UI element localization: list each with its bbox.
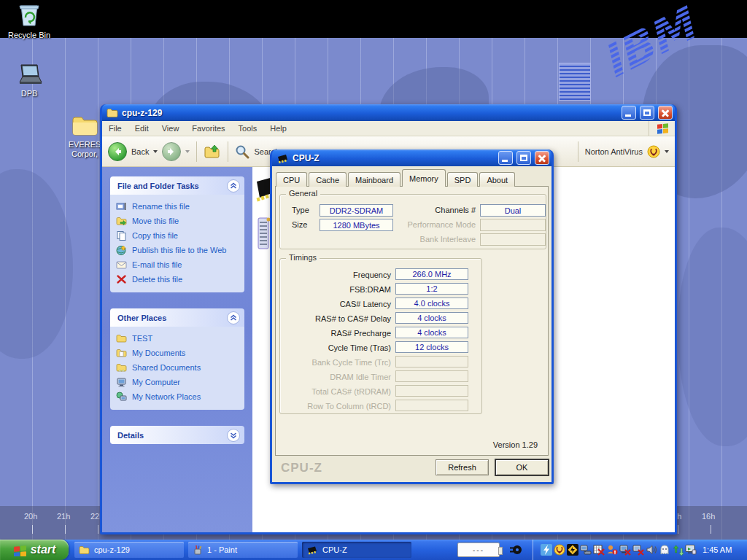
tab-cache[interactable]: Cache xyxy=(309,172,347,187)
norton-dropdown-icon[interactable] xyxy=(665,150,669,153)
task-email-file[interactable]: E-mail this file xyxy=(116,260,239,270)
svg-text:IBM: IBM xyxy=(593,0,707,77)
user-alert-tray-icon[interactable] xyxy=(606,544,618,556)
place-label: My Computer xyxy=(132,378,180,386)
sync-arrows-tray-icon[interactable] xyxy=(672,544,684,556)
general-groupbox: General Type DDR2-SDRAM Channels # Dual … xyxy=(279,194,546,249)
place-my-computer[interactable]: My Computer xyxy=(116,377,239,387)
norton-antivirus-label: Norton AntiVirus xyxy=(585,147,643,156)
arrow-left-icon xyxy=(112,147,123,157)
taskbar-task-cpuz[interactable]: CPU-Z xyxy=(302,542,411,558)
task-copy-file[interactable]: Copy this file xyxy=(116,230,239,241)
offline-files-tray-icon[interactable] xyxy=(593,544,605,556)
minimize-button[interactable] xyxy=(622,106,636,120)
expand-button[interactable] xyxy=(227,429,240,442)
taskbar-task-explorer[interactable]: cpu-z-129 xyxy=(74,542,184,558)
power-diamond-tray-icon[interactable] xyxy=(567,544,578,556)
battery-gauge[interactable]: --- xyxy=(457,542,500,557)
back-button[interactable] xyxy=(108,142,127,161)
flash-tray-icon[interactable] xyxy=(541,544,552,556)
tab-about[interactable]: About xyxy=(479,172,515,187)
map-continent-shape xyxy=(0,169,73,359)
desktop-icon-recycle-bin[interactable]: Recycle Bin xyxy=(7,3,51,40)
window-title: CPU-Z xyxy=(293,153,495,163)
windows-flag-icon xyxy=(13,544,27,556)
my-computer-icon xyxy=(116,377,127,387)
close-button[interactable] xyxy=(658,106,673,120)
maximize-button[interactable] xyxy=(516,151,531,165)
timezone-tick xyxy=(65,525,66,534)
start-button[interactable]: start xyxy=(0,540,69,560)
task-publish-file[interactable]: Publish this file to the Web xyxy=(116,245,239,255)
menu-help[interactable]: Help xyxy=(263,121,293,136)
menu-favorites[interactable]: Favorites xyxy=(185,121,231,136)
task-delete-file[interactable]: Delete this file xyxy=(116,274,239,284)
arrow-right-icon xyxy=(166,147,177,157)
type-value-field: DDR2-SDRAM xyxy=(320,204,393,217)
place-my-documents[interactable]: My Documents xyxy=(116,348,239,358)
ghost-tray-icon[interactable] xyxy=(659,544,670,556)
frequency-field: 266.0 MHz xyxy=(395,268,468,280)
total-cas-field xyxy=(395,385,468,397)
computer-error-tray-icon[interactable] xyxy=(619,544,631,556)
other-places-header[interactable]: Other Places xyxy=(110,308,244,327)
rename-icon xyxy=(116,201,127,211)
ok-button[interactable]: OK xyxy=(495,459,549,476)
menu-file[interactable]: File xyxy=(102,121,128,136)
menu-edit[interactable]: Edit xyxy=(128,121,155,136)
back-label[interactable]: Back xyxy=(131,147,149,156)
tab-cpu[interactable]: CPU xyxy=(276,172,307,187)
task-label: CPU-Z xyxy=(322,545,347,554)
forward-button[interactable] xyxy=(162,142,181,161)
timezone-tick xyxy=(678,525,678,534)
tab-memory[interactable]: Memory xyxy=(402,169,446,187)
display-settings-tray-icon[interactable] xyxy=(685,544,697,556)
bank-cycle-time-label: Bank Cycle Time (Trc) xyxy=(283,358,391,367)
shared-documents-icon xyxy=(116,362,127,373)
ras-precharge-field: 4 clocks xyxy=(395,327,468,338)
place-label: My Network Places xyxy=(132,392,201,401)
place-test[interactable]: TEST xyxy=(116,333,239,343)
delete-icon xyxy=(116,274,127,284)
network-tray-icon[interactable] xyxy=(580,544,592,556)
details-header[interactable]: Details xyxy=(110,426,244,444)
row-to-column-label: Row To Column (tRCD) xyxy=(283,402,391,411)
task-label: Publish this file to the Web xyxy=(132,246,226,254)
menu-view[interactable]: View xyxy=(155,121,186,136)
display-error-tray-icon[interactable] xyxy=(632,544,644,556)
close-button[interactable] xyxy=(535,151,549,165)
collapse-button[interactable] xyxy=(227,179,240,192)
task-rename-file[interactable]: Rename this file xyxy=(116,201,239,211)
norton-icon[interactable] xyxy=(647,145,660,158)
cpuz-titlebar[interactable]: CPU-Z xyxy=(272,149,551,166)
maximize-icon xyxy=(643,109,651,116)
file-tasks-header[interactable]: File and Folder Tasks xyxy=(110,176,244,195)
tab-spd[interactable]: SPD xyxy=(447,172,479,187)
taskbar-clock[interactable]: 1:45 AM xyxy=(703,545,732,554)
type-label: Type xyxy=(292,206,309,214)
minimize-icon xyxy=(625,114,631,117)
minimize-button[interactable] xyxy=(498,151,513,165)
desktop-icon-dpb[interactable]: DPB xyxy=(7,63,51,98)
up-folder-button[interactable] xyxy=(204,144,221,160)
back-dropdown-icon[interactable] xyxy=(153,150,158,153)
menu-tools[interactable]: Tools xyxy=(232,121,264,136)
norton-tray-icon[interactable] xyxy=(554,544,565,556)
forward-dropdown-icon[interactable] xyxy=(185,150,190,153)
refresh-button[interactable]: Refresh xyxy=(436,459,489,475)
taskbar: start cpu-z-129 1 - Paint CPU-Z --- 1:45… xyxy=(0,540,747,560)
task-move-file[interactable]: Move this file xyxy=(116,216,239,226)
explorer-titlebar[interactable]: cpu-z-129 xyxy=(102,104,675,121)
collapse-button[interactable] xyxy=(227,311,240,324)
place-my-network-places[interactable]: My Network Places xyxy=(116,392,239,402)
desktop-icon-label: Recycle Bin xyxy=(7,31,51,40)
taskbar-task-paint[interactable]: 1 - Paint xyxy=(188,542,298,558)
start-label: start xyxy=(31,543,56,556)
place-shared-documents[interactable]: Shared Documents xyxy=(116,362,239,373)
volume-tray-icon[interactable] xyxy=(646,544,657,556)
tab-mainboard[interactable]: Mainboard xyxy=(348,172,400,187)
explorer-task-pane: File and Folder Tasks Rename this file M… xyxy=(102,167,252,532)
maximize-button[interactable] xyxy=(640,106,654,120)
cpuz-tab-strip: CPU Cache Mainboard Memory SPD About xyxy=(276,170,516,187)
timezone-label: 16h xyxy=(702,512,715,521)
